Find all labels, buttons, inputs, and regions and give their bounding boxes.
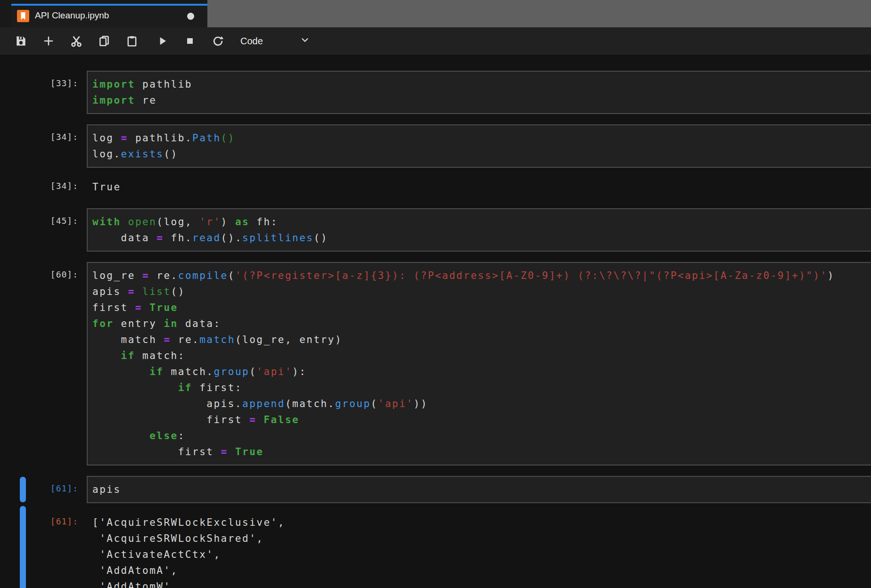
clipboard-icon bbox=[126, 35, 138, 47]
output-text: ['AcquireSRWLockExclusive', 'AcquireSRWL… bbox=[87, 503, 871, 588]
cell-type-label: Code bbox=[240, 36, 263, 47]
cell-editor[interactable]: with open(log, 'r') as fh: data = fh.rea… bbox=[87, 208, 871, 252]
code-cell: [60]:log_re = re.compile('(?P<register>[… bbox=[0, 262, 871, 466]
tab-title: API Cleanup.ipynb bbox=[35, 10, 109, 21]
output-text: True bbox=[87, 168, 871, 208]
cell-editor[interactable]: log_re = re.compile('(?P<register>[a-z]{… bbox=[87, 262, 871, 466]
copy-cells-button[interactable] bbox=[95, 32, 114, 50]
input-prompt: [60]: bbox=[0, 270, 78, 279]
output-area: [34]:True bbox=[0, 168, 871, 208]
tab-bar: API Cleanup.ipynb bbox=[0, 0, 871, 27]
insert-cell-button[interactable] bbox=[39, 32, 58, 50]
cell-editor[interactable]: import pathlib import re bbox=[87, 71, 871, 114]
output-prompt: [34]: bbox=[0, 181, 78, 191]
notebook-icon bbox=[17, 10, 29, 22]
save-button[interactable] bbox=[11, 32, 30, 50]
cell-type-dropdown[interactable]: Code bbox=[240, 35, 310, 47]
restart-icon bbox=[212, 35, 224, 48]
code-cell: [45]:with open(log, 'r') as fh: data = f… bbox=[0, 208, 871, 252]
tab-bar-empty-area bbox=[207, 0, 871, 27]
stop-icon bbox=[184, 35, 196, 47]
notebook-content[interactable]: [33]:import pathlib import re[34]:log = … bbox=[0, 55, 871, 588]
modified-indicator bbox=[187, 13, 194, 20]
tab-api-cleanup[interactable]: API Cleanup.ipynb bbox=[11, 4, 207, 27]
run-cell-button[interactable] bbox=[153, 32, 172, 50]
input-prompt: [34]: bbox=[0, 132, 78, 142]
paste-cells-button[interactable] bbox=[123, 32, 141, 50]
plus-icon bbox=[42, 35, 55, 47]
scissors-icon bbox=[70, 34, 83, 48]
jupyter-window: API Cleanup.ipynb bbox=[0, 0, 871, 588]
cell-editor[interactable]: apis bbox=[87, 476, 871, 503]
code-cell: [33]:import pathlib import re bbox=[0, 71, 871, 114]
restart-kernel-button[interactable] bbox=[208, 32, 227, 50]
chevron-down-icon bbox=[300, 35, 310, 47]
code-cell: [61]:apis bbox=[0, 476, 871, 503]
input-prompt: [61]: bbox=[0, 483, 78, 493]
active-tab-indicator bbox=[11, 4, 207, 6]
input-prompt: [33]: bbox=[0, 78, 78, 88]
output-area: [61]:['AcquireSRWLockExclusive', 'Acquir… bbox=[0, 503, 871, 588]
interrupt-kernel-button[interactable] bbox=[181, 32, 199, 50]
run-icon bbox=[156, 35, 168, 47]
output-prompt: [61]: bbox=[0, 516, 78, 526]
cell-editor[interactable]: log = pathlib.Path() log.exists() bbox=[87, 124, 871, 168]
input-prompt: [45]: bbox=[0, 216, 78, 226]
copy-icon bbox=[98, 35, 110, 47]
cut-cells-button[interactable] bbox=[67, 32, 86, 50]
code-cell: [34]:log = pathlib.Path() log.exists() bbox=[0, 124, 871, 168]
notebook-toolbar: Code bbox=[0, 27, 871, 55]
save-icon bbox=[15, 35, 27, 47]
